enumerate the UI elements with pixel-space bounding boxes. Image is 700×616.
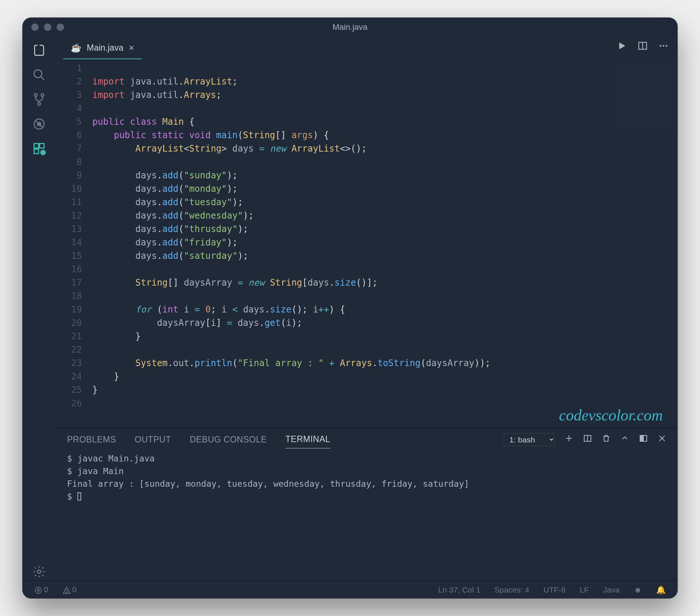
panel-tab-terminal[interactable]: TERMINAL	[286, 431, 330, 448]
explorer-icon[interactable]	[30, 41, 48, 59]
editor-group: ☕ Main.java × 12345678910111213141516171…	[56, 37, 678, 581]
svg-point-17	[663, 45, 665, 47]
editor-tabs: ☕ Main.java ×	[56, 37, 678, 59]
svg-point-3	[41, 93, 44, 96]
panel-tab-output[interactable]: OUTPUT	[135, 431, 171, 448]
split-editor-icon[interactable]	[637, 41, 648, 53]
panel-tabs: PROBLEMS OUTPUT DEBUG CONSOLE TERMINAL 1…	[56, 428, 678, 451]
svg-rect-9	[40, 144, 44, 148]
status-cursor[interactable]: Ln 37, Col 1	[438, 585, 480, 594]
panel-tab-problems[interactable]: PROBLEMS	[67, 431, 116, 448]
svg-point-7	[38, 123, 41, 126]
close-dot[interactable]	[31, 23, 39, 31]
svg-point-4	[38, 102, 41, 105]
status-bell-icon[interactable]: 🔔	[656, 585, 666, 594]
editor-actions	[617, 41, 669, 53]
svg-point-2	[34, 93, 37, 96]
app-window: Main.java ☕ Main.java ×	[22, 18, 678, 598]
settings-gear-icon[interactable]	[30, 563, 48, 581]
svg-point-18	[666, 45, 668, 47]
svg-rect-8	[34, 144, 39, 148]
terminal-select[interactable]: 1: bash	[504, 433, 555, 446]
status-eol[interactable]: LF	[580, 585, 589, 594]
run-icon[interactable]	[617, 41, 627, 53]
extensions-icon[interactable]	[30, 140, 48, 158]
status-bar: 0 0 Ln 37, Col 1 Spaces: 4 UTF-8 LF Java…	[22, 581, 678, 598]
main-area: ☕ Main.java × 12345678910111213141516171…	[22, 37, 678, 581]
terminal-body[interactable]: $ javac Main.java $ java Main Final arra…	[56, 451, 678, 581]
svg-point-0	[34, 70, 42, 78]
traffic-lights	[31, 23, 64, 31]
java-file-icon: ☕	[71, 43, 82, 53]
status-language[interactable]: Java	[603, 585, 620, 594]
svg-point-31	[66, 592, 67, 593]
svg-rect-10	[34, 149, 39, 154]
watermark-text: codevscolor.com	[559, 406, 663, 424]
activity-bar	[22, 37, 56, 581]
minimize-dot[interactable]	[44, 23, 51, 31]
kill-terminal-icon[interactable]	[602, 434, 611, 445]
svg-point-11	[41, 150, 45, 155]
titlebar: Main.java	[22, 18, 678, 37]
editor-tab-main-java[interactable]: ☕ Main.java ×	[63, 37, 142, 59]
scm-icon[interactable]	[30, 91, 48, 108]
status-encoding[interactable]: UTF-8	[544, 585, 566, 594]
maximize-panel-icon[interactable]	[620, 434, 629, 445]
tab-close-icon[interactable]: ×	[128, 42, 134, 54]
toggle-panel-icon[interactable]	[639, 434, 648, 445]
svg-rect-24	[640, 435, 643, 441]
code-area[interactable]: 1234567891011121314151617181920212223242…	[56, 59, 678, 428]
zoom-dot[interactable]	[57, 23, 64, 31]
status-errors[interactable]: 0	[34, 585, 48, 594]
more-actions-icon[interactable]	[658, 41, 669, 53]
svg-marker-13	[619, 42, 625, 50]
svg-point-12	[38, 570, 41, 574]
split-terminal-icon[interactable]	[583, 434, 592, 445]
status-warnings[interactable]: 0	[63, 585, 77, 594]
close-panel-icon[interactable]	[658, 434, 666, 445]
svg-point-16	[660, 45, 662, 47]
bottom-panel: PROBLEMS OUTPUT DEBUG CONSOLE TERMINAL 1…	[56, 428, 678, 581]
new-terminal-icon[interactable]	[564, 434, 573, 445]
search-icon[interactable]	[30, 66, 48, 84]
panel-tab-debug-console[interactable]: DEBUG CONSOLE	[190, 431, 267, 448]
line-gutter: 1234567891011121314151617181920212223242…	[56, 61, 89, 428]
svg-line-1	[41, 77, 44, 80]
debug-icon[interactable]	[30, 115, 48, 133]
code-content[interactable]: import java.util.ArrayList; import java.…	[89, 61, 678, 428]
status-feedback-icon[interactable]: ☻	[634, 585, 642, 594]
window-title: Main.java	[332, 22, 368, 32]
tab-filename: Main.java	[87, 43, 123, 53]
status-spaces[interactable]: Spaces: 4	[494, 585, 529, 594]
